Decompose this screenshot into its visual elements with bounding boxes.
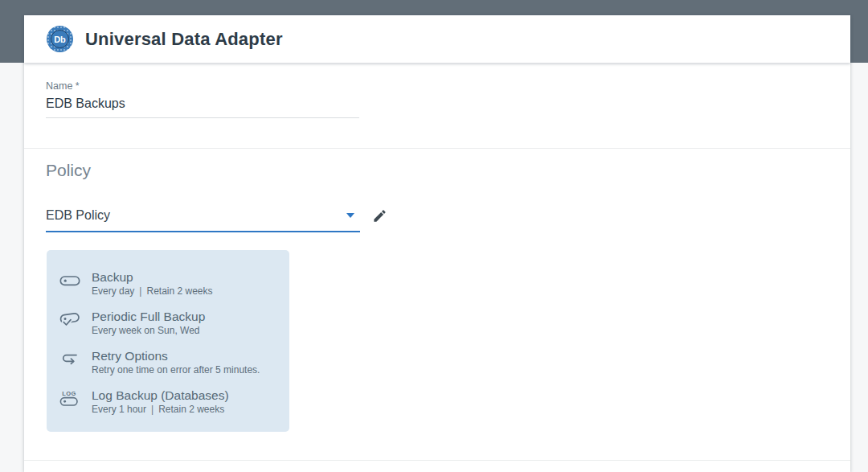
- name-input[interactable]: [46, 95, 359, 118]
- name-field-label: Name *: [46, 80, 80, 92]
- policy-select-row: EDB Policy: [46, 207, 389, 232]
- retry-arrow-icon: [59, 349, 82, 370]
- section-divider: [24, 460, 850, 461]
- policy-section-heading: Policy: [46, 161, 91, 180]
- pencil-icon: [372, 214, 387, 226]
- item-title: Retry Options: [92, 348, 260, 363]
- policy-select[interactable]: EDB Policy: [46, 207, 360, 232]
- card-header: Db Universal Data Adapter: [24, 15, 850, 63]
- policy-item-periodic-full-backup: Periodic Full Backup Every week on Sun, …: [59, 309, 276, 337]
- item-title: Log Backup (Databases): [92, 388, 229, 403]
- db-icon: Db: [47, 26, 73, 52]
- policy-summary-card: Backup Every day|Retain 2 weeks: [47, 250, 289, 432]
- policy-item-backup: Backup Every day|Retain 2 weeks: [59, 269, 276, 298]
- item-detail: Retry one time on error after 5 minutes.: [92, 363, 260, 376]
- card-body: Name * Policy EDB Policy: [24, 63, 850, 472]
- backup-pill-icon: [59, 270, 82, 291]
- policy-item-log-backup: LOG Log Backup (Databases) Every 1 hour|…: [59, 388, 276, 416]
- db-icon-label: Db: [51, 30, 69, 48]
- item-title: Backup: [92, 269, 213, 285]
- item-detail: Every day|Retain 2 weeks: [92, 285, 213, 298]
- item-detail: Every week on Sun, Wed: [92, 324, 205, 337]
- chevron-down-icon: [346, 213, 354, 218]
- universal-data-adapter-card: Db Universal Data Adapter Name * Policy …: [24, 15, 850, 472]
- section-divider: [24, 148, 850, 149]
- edit-policy-button[interactable]: [371, 207, 389, 225]
- log-backup-icon: LOG: [59, 388, 82, 409]
- item-detail: Every 1 hour|Retain 2 weeks: [92, 403, 229, 416]
- policy-item-retry-options: Retry Options Retry one time on error af…: [59, 348, 276, 376]
- periodic-full-backup-icon: [59, 310, 82, 330]
- item-title: Periodic Full Backup: [92, 309, 205, 324]
- svg-text:LOG: LOG: [62, 390, 76, 397]
- policy-select-value: EDB Policy: [46, 207, 110, 224]
- page-title: Universal Data Adapter: [85, 29, 283, 50]
